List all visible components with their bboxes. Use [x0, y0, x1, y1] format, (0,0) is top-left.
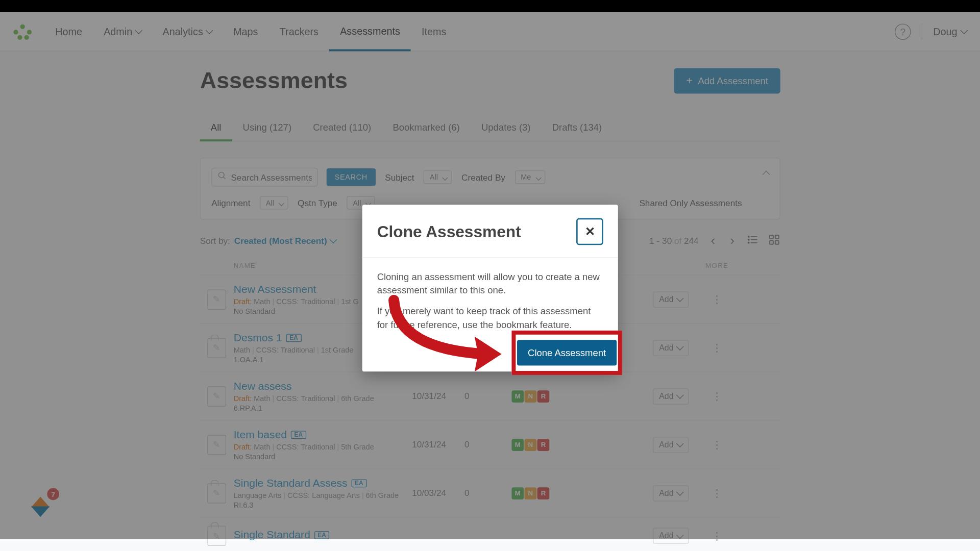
close-icon: ✕	[585, 224, 595, 239]
clone-assessment-button[interactable]: Clone Assessment	[517, 340, 617, 365]
modal-title: Clone Assessment	[377, 222, 521, 241]
modal-text-2: If you merely want to keep track of this…	[377, 304, 603, 332]
modal-text-1: Cloning an assessment will allow you to …	[377, 270, 603, 297]
annotation-highlight-box: Clone Assessment	[511, 331, 622, 375]
close-button[interactable]: ✕	[576, 218, 603, 245]
